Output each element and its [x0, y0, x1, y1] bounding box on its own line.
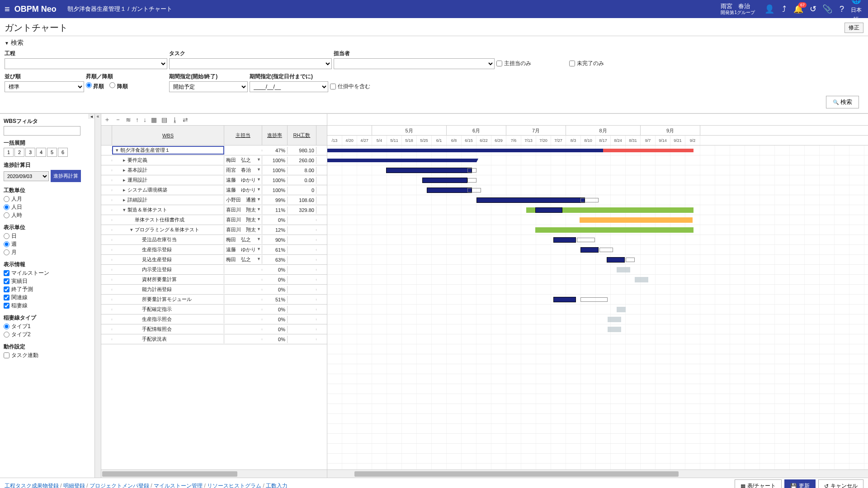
gantt-bar[interactable]	[617, 307, 626, 312]
expand-icon[interactable]: ▸	[122, 187, 127, 193]
dropdown-icon[interactable]: ▼	[257, 257, 261, 261]
current-user[interactable]: 雨宮 春治 開発第1グループ	[721, 3, 755, 15]
wbs-row[interactable]: 生産指示照会 0%	[101, 314, 327, 324]
gantt-bar[interactable]	[386, 168, 472, 173]
wbs-row[interactable]: ▾製造＆単体テスト 喜田川 翔太▼ 11% 329.80	[101, 205, 327, 215]
col-hours[interactable]: RH工数	[288, 126, 316, 145]
dropdown-icon[interactable]: ▼	[257, 227, 261, 231]
sidebar-collapse-icon[interactable]: ◂	[88, 114, 94, 119]
sort-select[interactable]: 標準	[5, 81, 84, 92]
recalc-button[interactable]: 進捗再計算	[51, 170, 81, 182]
assignee-select[interactable]	[334, 58, 495, 69]
footer-link[interactable]: プロジェクトメンバ登録	[90, 483, 149, 488]
gantt-bar[interactable]	[580, 198, 599, 202]
calc-date-select[interactable]: 2020/09/03	[4, 171, 49, 181]
expand-icon[interactable]: ▾	[129, 227, 134, 233]
wbs-row[interactable]: 所要量計算モジュール 51%	[101, 295, 327, 305]
process-select[interactable]	[5, 58, 167, 69]
expand-level-4[interactable]: 4	[36, 148, 46, 157]
cancel-button[interactable]: ↺ キャンセル	[818, 479, 863, 488]
incomplete-only-checkbox[interactable]: 未完了のみ	[569, 58, 604, 69]
download-icon[interactable]: ⭳	[172, 116, 178, 123]
table-chart-button[interactable]: ▦ 表/チャート	[735, 479, 782, 488]
expand-level-5[interactable]: 5	[47, 148, 57, 157]
wbs-row[interactable]: 受注品在庫引当 梅田 弘之▼ 90%	[101, 235, 327, 245]
up-icon[interactable]: ↑	[136, 116, 139, 123]
sort-desc-radio[interactable]: 降順	[109, 82, 127, 90]
wbs-row[interactable]: 単体テスト仕様書作成 喜田川 翔太▼ 0%	[101, 215, 327, 225]
gantt-bar[interactable]	[580, 217, 693, 223]
language-selector[interactable]: 🌐 日本語	[849, 0, 863, 23]
wbs-row[interactable]: ▾プログラミング＆単体テスト 喜田川 翔太▼ 12%	[101, 225, 327, 235]
expand-level-3[interactable]: 3	[25, 148, 35, 157]
expand-icon[interactable]: ▸	[122, 167, 127, 173]
gantt-bar[interactable]	[422, 178, 467, 183]
period-kind-select[interactable]: 開始予定	[169, 81, 248, 92]
search-button[interactable]: 検索	[826, 96, 859, 108]
gantt-bar[interactable]	[467, 188, 481, 192]
expand-icon[interactable]: ▸	[122, 177, 127, 183]
fix-button[interactable]: 修正	[844, 23, 863, 33]
gantt-bar[interactable]	[617, 267, 630, 272]
grid2-icon[interactable]: ▤	[161, 116, 167, 123]
wbs-row[interactable]: 内示受注登録 0%	[101, 265, 327, 275]
expand-level-1[interactable]: 1	[4, 148, 14, 157]
gantt-bar[interactable]	[607, 257, 625, 263]
update-button[interactable]: 💾 更新	[784, 479, 816, 488]
period-until-select[interactable]: ____/__/__	[250, 81, 328, 92]
gantt-bar[interactable]	[327, 149, 603, 152]
wbs-row[interactable]: 手配情報照会 0%	[101, 324, 327, 334]
expand-icon[interactable]: ▸	[122, 157, 127, 163]
dropdown-icon[interactable]: ▼	[257, 217, 261, 221]
footer-link[interactable]: リソースヒストグラム	[207, 483, 261, 488]
gantt-bar[interactable]	[603, 149, 693, 152]
hamburger-icon[interactable]: ≡	[5, 4, 10, 14]
include-wip-checkbox[interactable]: 仕掛中を含む	[330, 81, 370, 92]
gantt-bar[interactable]	[580, 247, 599, 253]
dropdown-icon[interactable]: ▼	[257, 187, 261, 192]
wbs-row[interactable]: ▸基本設計 雨宮 春治▼ 100% 8.00	[101, 165, 327, 175]
wbs-row[interactable]: ▸詳細設計 小野田 通雅▼ 99% 108.60	[101, 195, 327, 205]
account-icon[interactable]: 👤	[762, 4, 777, 14]
help-icon[interactable]: ?	[835, 5, 849, 14]
left-collapse-icon[interactable]: «	[95, 114, 101, 478]
footer-link[interactable]: 工数入力	[266, 483, 288, 488]
footer-link[interactable]: マイルストーン管理	[154, 483, 203, 488]
wbs-row[interactable]: 生産指示登録 遠藤 ゆかり▼ 61%	[101, 245, 327, 255]
sort-asc-radio[interactable]: 昇順	[86, 82, 104, 90]
expand-icon[interactable]: ▾	[122, 207, 127, 213]
wbs-row[interactable]: 手配確定指示 0%	[101, 305, 327, 314]
wbs-row[interactable]: ▸システム環境構築 遠藤 ゆかり▼ 100% 0	[101, 185, 327, 195]
expand-level-6[interactable]: 6	[58, 148, 68, 157]
dropdown-icon[interactable]: ▼	[257, 237, 261, 241]
remove-icon[interactable]: －	[115, 116, 121, 124]
chart-hscroll[interactable]	[354, 471, 679, 477]
main-assignee-checkbox[interactable]: 主担当のみ	[496, 58, 531, 69]
footer-link[interactable]: 工程タスク成果物登録	[5, 483, 59, 488]
gantt-bar[interactable]	[327, 159, 476, 162]
wbs-row[interactable]: 手配状況表 0%	[101, 334, 327, 344]
search-toggle[interactable]: 検索	[5, 39, 863, 47]
gantt-bar[interactable]	[535, 227, 693, 233]
add-icon[interactable]: ＋	[104, 116, 110, 124]
task-select[interactable]	[169, 58, 332, 69]
footer-link[interactable]: 明細登録	[63, 483, 85, 488]
wbs-row[interactable]: ▸運用設計 遠藤 ゆかり▼ 100% 0.00	[101, 175, 327, 185]
expand-icon[interactable]: ▾	[115, 147, 119, 153]
history-icon[interactable]: ↺	[806, 4, 820, 14]
expand-level-2[interactable]: 2	[14, 148, 24, 157]
link-icon[interactable]: ⇄	[183, 116, 188, 123]
dropdown-icon[interactable]: ▼	[257, 167, 261, 172]
dropdown-icon[interactable]: ▼	[257, 197, 261, 202]
gantt-bar[interactable]	[635, 277, 648, 282]
wbs-row[interactable]: 能力計画登録 0%	[101, 285, 327, 295]
gantt-bar[interactable]	[580, 297, 608, 302]
dropdown-icon[interactable]: ▼	[257, 177, 261, 182]
gantt-bar[interactable]	[476, 197, 585, 203]
gantt-bar[interactable]	[577, 238, 595, 242]
layers-icon[interactable]: ≋	[126, 116, 131, 123]
wbs-row[interactable]: 見込生産登録 梅田 弘之▼ 63%	[101, 255, 327, 265]
expand-icon[interactable]: ▸	[122, 197, 127, 203]
gantt-bar[interactable]	[553, 297, 576, 302]
col-assignee[interactable]: 主担当	[224, 126, 262, 145]
